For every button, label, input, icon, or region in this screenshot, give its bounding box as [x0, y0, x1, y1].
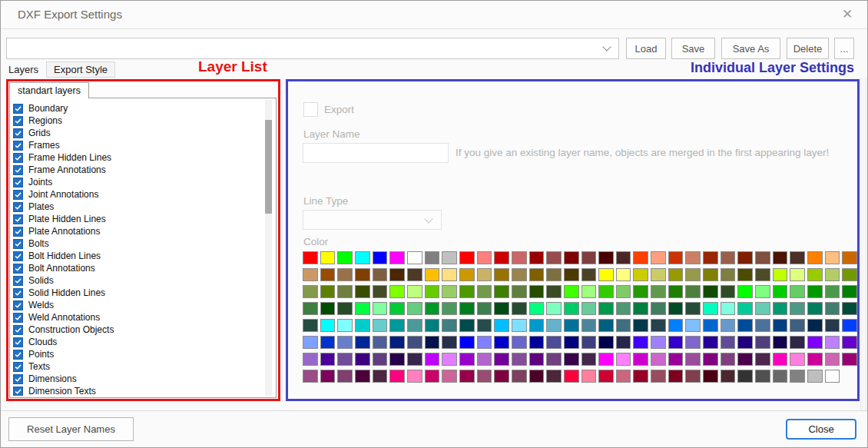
- color-swatch[interactable]: [303, 353, 318, 366]
- color-swatch[interactable]: [616, 302, 631, 315]
- color-swatch[interactable]: [668, 353, 684, 366]
- color-swatch[interactable]: [477, 336, 492, 349]
- color-swatch[interactable]: [651, 319, 666, 332]
- color-swatch[interactable]: [373, 353, 388, 366]
- color-swatch[interactable]: [651, 370, 666, 383]
- color-swatch[interactable]: [355, 336, 370, 349]
- color-swatch[interactable]: [425, 285, 440, 298]
- color-swatch[interactable]: [633, 251, 648, 264]
- color-swatch[interactable]: [477, 251, 492, 264]
- layer-checkbox-checked[interactable]: [13, 251, 23, 261]
- color-swatch[interactable]: [320, 353, 336, 366]
- layer-item[interactable]: Bolts: [13, 237, 262, 250]
- color-swatch[interactable]: [703, 353, 718, 366]
- color-swatch[interactable]: [442, 336, 457, 349]
- delete-button[interactable]: Delete: [787, 38, 829, 59]
- layer-checkbox-checked[interactable]: [13, 165, 23, 175]
- color-swatch[interactable]: [512, 268, 527, 281]
- color-swatch[interactable]: [773, 353, 788, 366]
- color-swatch[interactable]: [546, 268, 562, 281]
- layer-item[interactable]: Clouds: [13, 336, 262, 348]
- layer-checkbox-checked[interactable]: [13, 350, 23, 360]
- color-swatch[interactable]: [633, 370, 648, 383]
- layer-item[interactable]: Frames: [13, 139, 262, 151]
- color-swatch[interactable]: [373, 370, 388, 383]
- layer-item[interactable]: Joint Annotations: [13, 188, 262, 201]
- color-swatch[interactable]: [790, 302, 805, 315]
- color-swatch[interactable]: [825, 302, 840, 315]
- color-swatch[interactable]: [633, 319, 648, 332]
- layer-item[interactable]: Welds: [13, 299, 262, 311]
- color-swatch[interactable]: [773, 285, 788, 298]
- color-swatch[interactable]: [825, 336, 840, 349]
- color-swatch[interactable]: [721, 370, 736, 383]
- color-swatch[interactable]: [721, 285, 736, 298]
- color-swatch[interactable]: [337, 319, 353, 332]
- layer-checkbox-checked[interactable]: [13, 337, 23, 347]
- color-swatch[interactable]: [685, 268, 701, 281]
- color-swatch[interactable]: [442, 268, 457, 281]
- color-swatch[interactable]: [825, 353, 840, 366]
- color-swatch[interactable]: [512, 285, 527, 298]
- color-swatch[interactable]: [442, 302, 457, 315]
- color-swatch[interactable]: [616, 370, 631, 383]
- color-swatch[interactable]: [442, 251, 457, 264]
- color-swatch[interactable]: [355, 268, 370, 281]
- layer-item[interactable]: Dimension Texts: [13, 385, 262, 396]
- color-swatch[interactable]: [598, 251, 614, 264]
- color-swatch[interactable]: [442, 319, 457, 332]
- save-button[interactable]: Save: [671, 38, 715, 59]
- color-swatch[interactable]: [459, 268, 475, 281]
- color-swatch[interactable]: [512, 251, 527, 264]
- layer-checkbox-checked[interactable]: [13, 153, 23, 163]
- layer-item[interactable]: Regions: [13, 114, 262, 127]
- color-swatch[interactable]: [633, 302, 648, 315]
- color-swatch[interactable]: [546, 353, 562, 366]
- layer-checkbox-checked[interactable]: [13, 288, 23, 298]
- color-swatch[interactable]: [651, 285, 666, 298]
- layer-checkbox-checked[interactable]: [13, 178, 23, 187]
- color-swatch[interactable]: [790, 336, 805, 349]
- layer-item[interactable]: Solid Hidden Lines: [13, 287, 262, 299]
- color-swatch[interactable]: [494, 285, 509, 298]
- color-swatch[interactable]: [459, 251, 475, 264]
- color-swatch[interactable]: [755, 336, 770, 349]
- color-swatch[interactable]: [721, 319, 736, 332]
- color-swatch[interactable]: [581, 370, 597, 383]
- color-swatch[interactable]: [320, 251, 336, 264]
- color-swatch[interactable]: [512, 353, 527, 366]
- color-swatch[interactable]: [651, 268, 666, 281]
- color-swatch[interactable]: [442, 370, 457, 383]
- color-swatch[interactable]: [529, 336, 545, 349]
- color-swatch[interactable]: [633, 285, 648, 298]
- color-swatch[interactable]: [389, 319, 405, 332]
- color-swatch[interactable]: [373, 336, 388, 349]
- layer-checkbox-checked[interactable]: [13, 116, 23, 126]
- color-swatch[interactable]: [512, 302, 527, 315]
- color-swatch[interactable]: [737, 268, 753, 281]
- color-swatch[interactable]: [546, 285, 562, 298]
- color-swatch[interactable]: [389, 370, 405, 383]
- color-swatch[interactable]: [737, 370, 753, 383]
- color-swatch[interactable]: [407, 251, 422, 264]
- layer-checkbox-checked[interactable]: [13, 387, 23, 397]
- color-swatch[interactable]: [337, 251, 353, 264]
- color-swatch[interactable]: [842, 319, 857, 332]
- color-swatch[interactable]: [721, 251, 736, 264]
- color-swatch[interactable]: [703, 370, 718, 383]
- color-swatch[interactable]: [807, 302, 823, 315]
- color-swatch[interactable]: [529, 353, 545, 366]
- color-swatch[interactable]: [668, 370, 684, 383]
- color-swatch[interactable]: [737, 353, 753, 366]
- color-swatch[interactable]: [303, 268, 318, 281]
- color-swatch[interactable]: [737, 336, 753, 349]
- layer-item[interactable]: Weld Annotations: [13, 311, 262, 324]
- color-swatch[interactable]: [633, 353, 648, 366]
- color-swatch[interactable]: [842, 353, 857, 366]
- color-swatch[interactable]: [546, 336, 562, 349]
- color-swatch[interactable]: [546, 319, 562, 332]
- layer-checkbox-checked[interactable]: [13, 325, 23, 335]
- color-swatch[interactable]: [442, 353, 457, 366]
- color-swatch[interactable]: [685, 285, 701, 298]
- color-swatch[interactable]: [564, 370, 579, 383]
